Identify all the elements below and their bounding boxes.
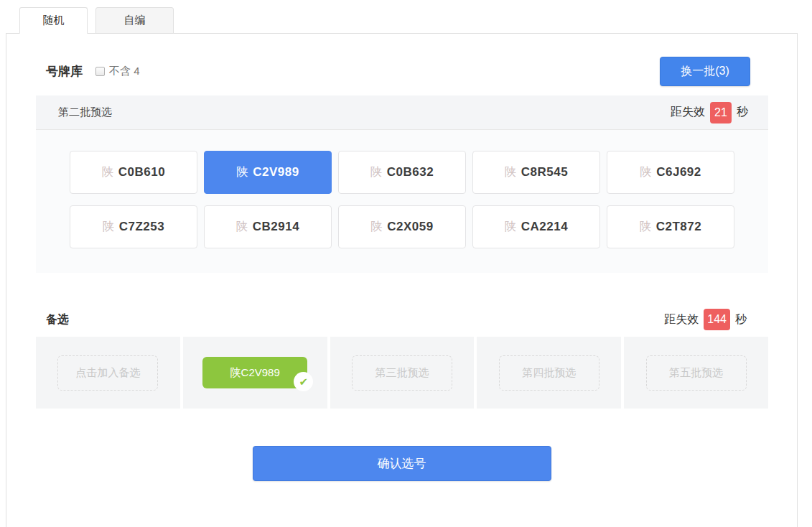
batch-expiry-prefix: 距失效 <box>671 105 705 120</box>
tab-random[interactable]: 随机 <box>19 7 88 34</box>
alternative-cell: 第五批预选 <box>624 337 768 409</box>
tab-bar: 随机 自编 <box>14 7 812 33</box>
tab-custom[interactable]: 自编 <box>95 7 174 34</box>
plate-option[interactable]: 陕 CB2914 <box>204 205 332 248</box>
plate-option[interactable]: 陕 C8R545 <box>472 151 600 194</box>
alternative-cell: 第三批预选 <box>330 337 475 409</box>
plate-option[interactable]: 陕 C2T872 <box>607 205 734 248</box>
plate-option[interactable]: 陕 C7Z253 <box>70 205 197 248</box>
alternative-slot-empty[interactable]: 第三批预选 <box>352 355 452 391</box>
plate-option[interactable]: 陕 C0B610 <box>70 151 197 194</box>
plate-option[interactable]: 陕 CA2214 <box>472 205 600 248</box>
plate-option[interactable]: 陕 C2X059 <box>338 205 466 248</box>
plate-code: C6J692 <box>656 165 701 179</box>
alternative-slot-filled[interactable]: 陕C2V989 ✔ <box>202 357 307 388</box>
content-panel: 号牌库 不含 4 换一批(3) 第二批预选 距失效 21 秒 陕 C0B610 … <box>6 33 798 527</box>
plate-code: C2T872 <box>656 220 701 234</box>
alternative-slot-empty[interactable]: 第四批预选 <box>499 355 599 391</box>
alternative-cell: 第四批预选 <box>477 337 621 409</box>
library-row: 号牌库 不含 4 换一批(3) <box>46 57 750 86</box>
plate-code: C0B610 <box>118 165 165 179</box>
alternatives-expiry: 距失效 144 秒 <box>664 309 747 330</box>
alternative-slot-empty[interactable]: 点击加入备选 <box>57 355 158 391</box>
alternatives-band: 点击加入备选 陕C2V989 ✔ 第三批预选 第四批预选 第五批预选 <box>36 337 768 409</box>
plate-option[interactable]: 陕 C6J692 <box>607 151 734 194</box>
plate-province: 陕 <box>505 165 516 180</box>
plate-code: C2X059 <box>387 220 433 234</box>
plate-option[interactable]: 陕 C0B632 <box>338 151 466 194</box>
alternatives-title: 备选 <box>46 312 69 327</box>
batch-section: 第二批预选 距失效 21 秒 陕 C0B610 陕 C2V989 陕 C0B63 <box>36 95 768 273</box>
exclude-4-checkbox[interactable] <box>95 67 105 76</box>
plate-province: 陕 <box>505 220 516 235</box>
alternatives-expiry-suffix: 秒 <box>735 312 747 327</box>
plate-code: CB2914 <box>253 220 299 234</box>
plate-province: 陕 <box>236 165 248 180</box>
batch-countdown-badge: 21 <box>710 102 732 123</box>
plate-province: 陕 <box>103 220 114 235</box>
batch-expiry-suffix: 秒 <box>737 105 748 120</box>
alternatives-header: 备选 距失效 144 秒 <box>46 309 747 330</box>
alternatives-countdown-badge: 144 <box>704 309 730 330</box>
exclude-4-filter[interactable]: 不含 4 <box>95 65 140 78</box>
plate-province: 陕 <box>640 165 651 180</box>
batch-header: 第二批预选 距失效 21 秒 <box>36 95 768 130</box>
plate-option-selected[interactable]: 陕 C2V989 <box>204 151 332 194</box>
plate-grid: 陕 C0B610 陕 C2V989 陕 C0B632 陕 C8R545 陕 <box>63 151 742 248</box>
plate-province: 陕 <box>102 165 113 180</box>
plate-code: CA2214 <box>521 220 568 234</box>
plate-code: C8R545 <box>521 165 568 179</box>
exclude-4-label: 不含 4 <box>109 65 140 78</box>
plate-province: 陕 <box>236 220 248 235</box>
batch-title: 第二批预选 <box>58 106 112 119</box>
plate-province: 陕 <box>370 220 382 235</box>
refresh-batch-button[interactable]: 换一批(3) <box>660 57 750 86</box>
plate-area: 陕 C0B610 陕 C2V989 陕 C0B632 陕 C8R545 陕 <box>36 130 768 273</box>
check-icon: ✔ <box>294 372 313 391</box>
plate-code: C2V989 <box>253 165 299 179</box>
alternative-cell: 点击加入备选 <box>36 337 180 409</box>
plate-province: 陕 <box>370 165 382 180</box>
library-title: 号牌库 <box>46 63 83 80</box>
confirm-button[interactable]: 确认选号 <box>253 446 551 481</box>
plate-code: C0B632 <box>387 165 434 179</box>
alternatives-expiry-prefix: 距失效 <box>664 312 699 327</box>
alternative-cell: 陕C2V989 ✔ <box>183 337 327 409</box>
alternative-slot-empty[interactable]: 第五批预选 <box>646 355 747 391</box>
plate-province: 陕 <box>640 220 651 235</box>
batch-expiry: 距失效 21 秒 <box>671 102 748 123</box>
plate-code: C7Z253 <box>119 220 164 234</box>
alternative-slot-label: 陕C2V989 <box>230 366 280 380</box>
